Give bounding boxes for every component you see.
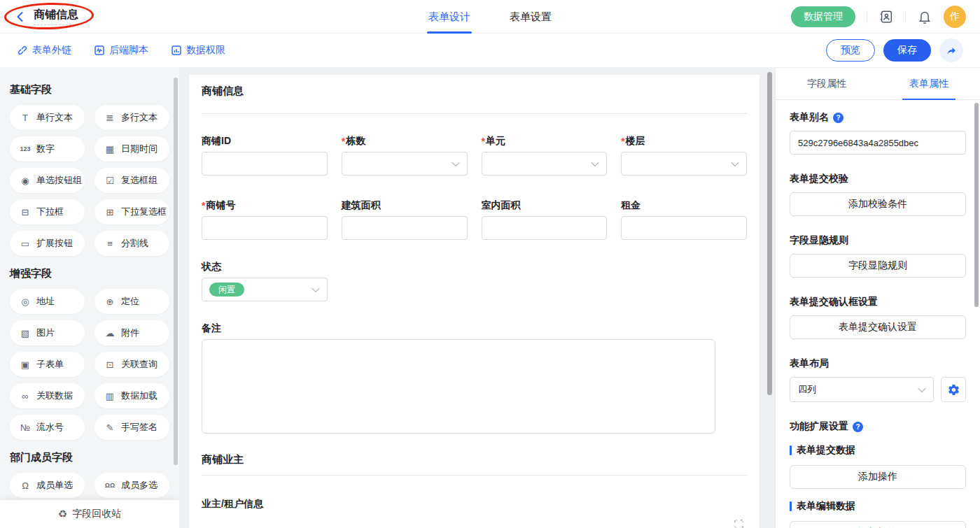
panel-scrollbar[interactable]	[974, 103, 979, 307]
link-icon	[17, 45, 28, 56]
data-manage-button[interactable]: 数据管理	[791, 6, 855, 27]
tab-form-settings-label: 表单设置	[510, 10, 552, 24]
field-shop-id[interactable]: 商铺ID	[202, 135, 328, 176]
field-item-data-load[interactable]: ▥数据加载	[94, 383, 169, 408]
bar-chart-icon: ▥	[104, 391, 116, 401]
header-actions: 数据管理 作	[791, 6, 966, 28]
form-layout-row: 四列	[790, 377, 966, 402]
address-book-icon[interactable]	[878, 9, 894, 24]
expand-fullscreen-icon[interactable]	[734, 519, 744, 528]
edit-data-add-button[interactable]: 添加操作	[790, 521, 966, 528]
field-item-label: 数字	[36, 143, 55, 155]
toolbar-actions: 预览 保存	[826, 38, 963, 62]
floor-select[interactable]	[621, 152, 747, 176]
building-number-select[interactable]	[342, 152, 468, 176]
field-indoor-area[interactable]: 室内面积	[482, 199, 608, 240]
remark-textarea[interactable]	[202, 339, 715, 434]
tab-form-properties[interactable]: 表单属性	[878, 68, 980, 99]
field-item-checkbox-group[interactable]: ☑复选框组	[94, 168, 169, 193]
field-item-member-single[interactable]: Ω成员单选	[10, 473, 85, 498]
field-item-geolocation[interactable]: ⊕定位	[94, 289, 169, 314]
field-label-text: 商铺号	[206, 199, 235, 212]
permission-icon	[171, 45, 182, 56]
submit-confirm-button[interactable]: 表单提交确认设置	[790, 315, 966, 339]
field-item-signature[interactable]: ✎手写签名	[94, 415, 169, 440]
field-item-address[interactable]: ◎地址	[10, 289, 85, 314]
field-label: 建筑面积	[342, 199, 468, 212]
data-permission-action[interactable]: 数据权限	[171, 44, 225, 57]
recycle-label: 字段回收站	[72, 508, 121, 520]
field-item-number[interactable]: 123数字	[10, 136, 85, 162]
preview-button[interactable]: 预览	[826, 39, 875, 62]
field-item-image[interactable]: ▧图片	[10, 320, 85, 345]
layout-select[interactable]: 四列	[790, 377, 934, 402]
user-avatar[interactable]: 作	[944, 6, 966, 28]
tab-form-design-label: 表单设计	[428, 10, 470, 24]
building-area-input[interactable]	[342, 216, 468, 240]
chevron-down-icon	[592, 159, 599, 166]
field-item-multi-dropdown[interactable]: ⊞下拉复选框	[94, 199, 169, 224]
field-item-datetime[interactable]: ▦日期时间	[94, 136, 169, 162]
external-link-action[interactable]: 表单外链	[17, 44, 71, 57]
tab-form-settings[interactable]: 表单设置	[510, 0, 552, 34]
field-item-single-line-text[interactable]: T单行文本	[10, 105, 85, 130]
field-status[interactable]: 状态 闲置	[202, 261, 328, 301]
field-unit[interactable]: *单元	[482, 135, 608, 176]
field-item-dropdown[interactable]: ⊟下拉框	[10, 199, 85, 224]
chevron-down-icon	[731, 159, 738, 166]
field-item-divider-line[interactable]: ≡分割线	[94, 231, 169, 256]
field-item-relation-query[interactable]: ⊡关联查询	[94, 352, 169, 377]
tab-form-design[interactable]: 表单设计	[428, 0, 470, 34]
people-icon: ΩΩ	[104, 482, 116, 489]
indoor-area-input[interactable]	[482, 216, 608, 240]
field-item-serial-number[interactable]: №流水号	[10, 415, 85, 440]
share-button[interactable]	[939, 38, 963, 62]
field-item-radio-group[interactable]: ◉单选按钮组	[10, 168, 85, 193]
tab-field-properties[interactable]: 字段属性	[776, 68, 878, 99]
field-visibility-button[interactable]: 字段显隐规则	[790, 254, 966, 278]
app-header: 商铺信息 表单设计 表单设置 数据管理 作	[0, 0, 980, 34]
field-item-extend-button[interactable]: ▭扩展按钮	[10, 231, 85, 256]
divider	[867, 11, 867, 22]
submit-data-add-button[interactable]: 添加操作	[790, 465, 966, 489]
external-link-label: 表单外链	[32, 44, 71, 57]
notification-bell-icon[interactable]	[917, 9, 932, 24]
field-building-number[interactable]: *栋数	[342, 135, 468, 176]
layout-settings-button[interactable]	[941, 377, 966, 402]
rent-input[interactable]	[621, 216, 747, 240]
field-item-attachment[interactable]: ☁附件	[94, 320, 169, 345]
add-validation-button[interactable]: 添加校验条件	[790, 192, 966, 216]
field-rent[interactable]: 租金	[621, 199, 747, 240]
field-item-relation-data[interactable]: ∞关联数据	[10, 383, 85, 408]
field-library-sidebar: 基础字段 T单行文本 ≣多行文本 123数字 ▦日期时间 ◉单选按钮组 ☑复选框…	[0, 68, 179, 528]
status-select[interactable]: 闲置	[202, 278, 328, 301]
help-icon[interactable]: ?	[833, 113, 844, 123]
subform-icon: ▣	[19, 359, 31, 370]
field-shop-number[interactable]: *商铺号	[202, 199, 328, 240]
cloud-upload-icon: ☁	[104, 328, 116, 338]
field-item-label: 单选按钮组	[36, 174, 82, 187]
field-building-area[interactable]: 建筑面积	[342, 199, 468, 240]
field-item-label: 单行文本	[36, 111, 73, 124]
backend-script-label: 后端脚本	[109, 44, 148, 57]
help-icon[interactable]: ?	[853, 422, 863, 432]
pen-icon: ✎	[104, 422, 116, 433]
form-alias-input[interactable]: 529c2796e6843a4a2855dbec	[790, 131, 966, 155]
shop-id-input[interactable]	[202, 152, 328, 176]
back-navigation[interactable]: 商铺信息	[14, 8, 78, 25]
unit-select[interactable]	[482, 152, 608, 176]
field-item-subform[interactable]: ▣子表单	[10, 352, 85, 377]
field-item-member-multi[interactable]: ΩΩ成员多选	[94, 473, 169, 498]
field-item-multi-line-text[interactable]: ≣多行文本	[94, 105, 169, 130]
shop-number-input[interactable]	[202, 216, 328, 240]
field-label-text: 状态	[202, 261, 221, 273]
field-floor[interactable]: *楼层	[621, 135, 747, 176]
field-recycle-bin[interactable]: ♻ 字段回收站	[0, 500, 179, 528]
save-button[interactable]: 保存	[883, 39, 931, 62]
sidebar-scrollbar[interactable]	[174, 78, 178, 465]
canvas-scrollbar[interactable]	[767, 72, 772, 395]
submit-validation-label-text: 表单提交校验	[790, 173, 848, 185]
backend-script-action[interactable]: 后端脚本	[94, 44, 148, 57]
content-area: 基础字段 T单行文本 ≣多行文本 123数字 ▦日期时间 ◉单选按钮组 ☑复选框…	[0, 68, 980, 528]
field-remark[interactable]: 备注	[202, 322, 747, 434]
